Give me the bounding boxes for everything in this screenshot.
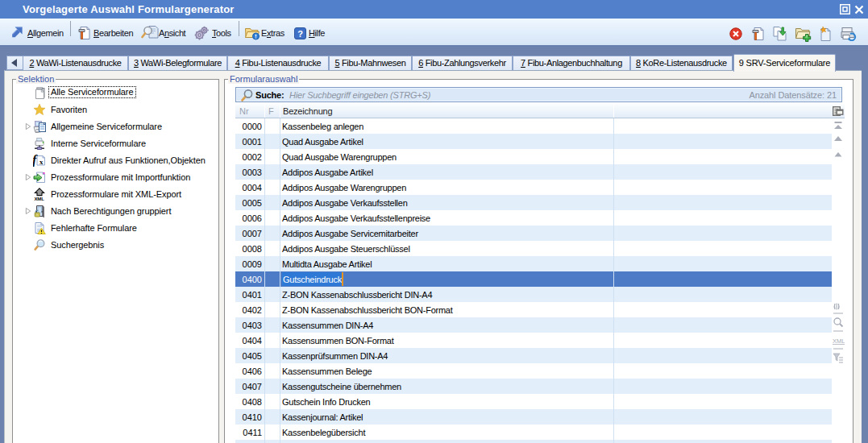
svg-text:XML: XML (34, 197, 44, 201)
svg-text:XML: XML (833, 337, 845, 345)
svg-text:?: ? (297, 29, 303, 39)
svg-text:x: x (39, 158, 44, 166)
